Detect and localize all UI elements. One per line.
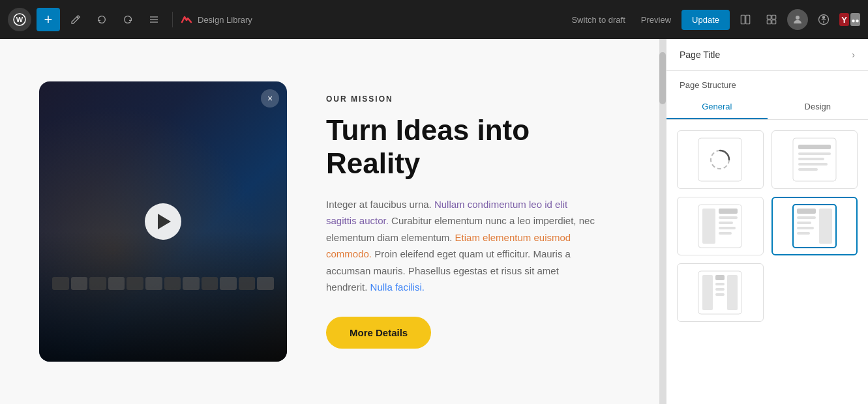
edit-pen-button[interactable] [65, 9, 86, 30]
svg-rect-23 [798, 158, 824, 160]
canvas: × OUR MISSION Turn Ideas into Reality In… [0, 39, 666, 404]
video-close-button[interactable]: × [261, 89, 279, 108]
toolbar-divider [172, 12, 173, 27]
key [127, 277, 143, 290]
key [89, 277, 106, 290]
svg-rect-8 [772, 15, 776, 19]
layout-grid [666, 120, 868, 332]
svg-rect-9 [767, 20, 771, 24]
list-view-button[interactable] [143, 9, 164, 30]
svg-rect-38 [797, 232, 810, 235]
svg-rect-30 [719, 222, 733, 224]
svg-rect-42 [715, 275, 725, 280]
redo-button[interactable] [117, 9, 138, 30]
svg-rect-37 [797, 227, 814, 229]
panel-chevron-icon[interactable]: › [852, 50, 855, 60]
svg-rect-41 [702, 275, 713, 310]
key [164, 277, 181, 290]
panel-title: Page Title [680, 50, 720, 60]
section-label: OUR MISSION [326, 94, 600, 104]
svg-point-11 [796, 16, 800, 20]
panel-tabs: General Design [666, 95, 868, 120]
svg-rect-22 [798, 152, 831, 155]
svg-rect-32 [719, 232, 732, 235]
svg-rect-35 [797, 216, 816, 219]
svg-rect-6 [746, 15, 750, 24]
svg-rect-28 [719, 209, 738, 214]
key [183, 277, 200, 290]
keyboard-sim [39, 231, 287, 362]
key [71, 277, 88, 290]
svg-point-13 [822, 16, 824, 18]
yoast-icon[interactable]: Y●● [839, 13, 860, 26]
user-avatar[interactable] [787, 9, 808, 30]
accessibility-button[interactable] [813, 9, 834, 30]
switch-to-draft-button[interactable]: Switch to draft [566, 11, 630, 29]
svg-rect-24 [798, 163, 828, 166]
video-play-button[interactable] [145, 203, 181, 240]
svg-rect-25 [798, 168, 818, 171]
block-editor-button[interactable] [761, 9, 782, 30]
svg-rect-44 [715, 288, 725, 291]
key [239, 277, 256, 290]
canvas-scrollbar-thumb [659, 52, 666, 104]
svg-text:●●: ●● [851, 17, 859, 24]
preview-button[interactable]: Preview [636, 11, 676, 29]
layout-view-button[interactable] [735, 9, 756, 30]
more-details-button[interactable]: More Details [326, 317, 431, 349]
text-content: OUR MISSION Turn Ideas into Reality Inte… [326, 94, 600, 348]
svg-rect-21 [798, 145, 831, 149]
svg-rect-27 [702, 209, 715, 244]
svg-rect-7 [767, 15, 771, 19]
svg-rect-10 [772, 20, 776, 24]
layout-option-1[interactable] [677, 130, 764, 189]
design-library-label[interactable]: Design Library [198, 15, 252, 25]
canvas-scrollbar[interactable] [659, 39, 666, 404]
key [145, 277, 162, 290]
panel-layout-scroll[interactable] [666, 120, 868, 404]
toolbar: W + Design Library Switch to draft Previ… [0, 0, 868, 39]
key [257, 277, 274, 290]
svg-rect-39 [819, 209, 832, 244]
right-panel: Page Title › Page Structure General Desi… [666, 39, 868, 404]
main-heading: Turn Ideas into Reality [326, 114, 600, 180]
svg-rect-43 [715, 283, 725, 285]
key [52, 277, 69, 290]
panel-structure-label: Page Structure [666, 71, 868, 95]
update-button[interactable]: Update [681, 10, 730, 30]
panel-header: Page Title › [666, 39, 868, 71]
body-link-3[interactable]: Nulla facilisi. [370, 281, 425, 293]
undo-button[interactable] [91, 9, 112, 30]
page-content: × OUR MISSION Turn Ideas into Reality In… [0, 39, 666, 404]
key [220, 277, 237, 290]
body-text: Integer at faucibus urna. Nullam condime… [326, 196, 600, 296]
layout-option-3[interactable] [677, 197, 764, 255]
layout-option-2[interactable] [771, 130, 858, 189]
svg-rect-36 [797, 222, 811, 224]
svg-text:Y: Y [841, 15, 847, 25]
tab-general[interactable]: General [666, 95, 768, 119]
svg-rect-29 [719, 216, 738, 219]
body-text-1: Integer at faucibus urna. [326, 199, 434, 210]
tab-design[interactable]: Design [768, 95, 869, 119]
svg-rect-46 [727, 275, 738, 310]
play-triangle-icon [158, 214, 171, 229]
add-block-button[interactable]: + [37, 8, 60, 31]
svg-rect-5 [741, 15, 745, 24]
layout-option-5[interactable] [677, 263, 764, 322]
svg-text:W: W [16, 16, 23, 23]
wp-logo[interactable]: W [8, 8, 31, 31]
toolbar-right-actions: Switch to draft Preview Update Y●● [566, 9, 860, 30]
svg-rect-45 [715, 293, 725, 296]
svg-rect-31 [719, 227, 736, 229]
key [202, 277, 218, 290]
svg-rect-34 [797, 209, 816, 214]
svg-rect-18 [698, 138, 741, 181]
main-area: × OUR MISSION Turn Ideas into Reality In… [0, 39, 868, 404]
strikingly-logo[interactable] [181, 14, 192, 25]
layout-option-4[interactable] [771, 197, 858, 255]
key [108, 277, 125, 290]
video-block[interactable]: × [39, 81, 287, 362]
keyboard-keys [52, 277, 274, 342]
